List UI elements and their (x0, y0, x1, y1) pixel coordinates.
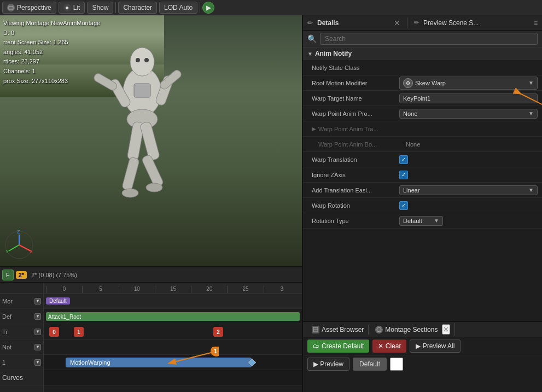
svg-point-9 (130, 48, 154, 76)
prop-warp-point-anim-tra: ▶ Warp Point Anim Tra... (303, 121, 542, 137)
anim-clip-bar[interactable]: Attack1_Root (46, 312, 300, 321)
character-button[interactable]: Character (118, 2, 157, 14)
timeline-label-ti: Ti ▼ (0, 324, 43, 340)
prop-ignore-zaxis: Ignore ZAxis ✓ (303, 167, 542, 183)
def-label: Def (2, 313, 11, 320)
montage-sections-close[interactable]: ✕ (442, 324, 450, 335)
add-translation-easing-label: Add Translation Easi... (312, 187, 399, 194)
bottom-panel: Asset Browser Montage Sections ✕ 🗂 Creat… (303, 321, 542, 392)
lod-button[interactable]: LOD Auto (159, 2, 197, 14)
preview-icon: ✏ (414, 19, 419, 26)
play-button[interactable]: ▶ (202, 2, 214, 14)
robot-figure (71, 26, 213, 218)
preview-all-button[interactable]: ▶ Preview All (410, 340, 461, 353)
lit-icon: ● (63, 4, 71, 11)
anim-notify-header[interactable]: ▼ Anim Notify (303, 48, 542, 60)
svg-text:Y: Y (5, 249, 9, 254)
color-swatch[interactable] (390, 358, 403, 371)
ignore-zaxis-checkbox[interactable]: ✓ (399, 171, 408, 179)
rotation-type-dropdown[interactable]: Default ▼ (399, 216, 443, 226)
svg-rect-37 (313, 327, 318, 332)
root-motion-label: Root Motion Modifier (312, 80, 399, 86)
prop-root-motion: Root Motion Modifier ⚙ Skew Warp ▼ (303, 75, 542, 91)
viewport-axes: Z Y X (4, 230, 34, 262)
notify-state-class-label: Notify State Class (312, 65, 399, 71)
default-badge: Default (46, 297, 70, 305)
ti-dropdown[interactable]: ▼ (34, 329, 41, 335)
asset-browser-icon (312, 326, 319, 334)
preview-button[interactable]: ▶ Preview (307, 358, 349, 371)
skew-warp-icon: ⚙ (403, 78, 413, 88)
show-button[interactable]: Show (87, 2, 113, 14)
warp-label: MotionWarping (70, 359, 110, 366)
num-badge-0: 0 (49, 327, 59, 337)
details-close-button[interactable]: ✕ (394, 19, 400, 27)
asset-browser-tab[interactable]: Asset Browser (307, 325, 369, 335)
timeline-row-warp: MotionWarping 1 (44, 355, 302, 370)
warp-point-anim-bo-text: None (406, 141, 420, 148)
asset-browser-label: Asset Browser (322, 326, 364, 334)
prop-add-translation-easing: Add Translation Easi... Linear ▼ (303, 183, 542, 198)
lit-button[interactable]: ● Lit (59, 2, 85, 14)
add-translation-easing-chevron: ▼ (528, 187, 534, 193)
add-translation-easing-text: Linear (403, 187, 420, 194)
sub-arrow: ▶ (312, 126, 316, 132)
warp-translation-checkbox[interactable]: ✓ (399, 155, 408, 164)
timeline-ruler: 0 5 10 15 20 25 3 (44, 283, 302, 294)
svg-rect-21 (134, 84, 150, 97)
preview-label: ▶ Preview (313, 360, 343, 368)
warp-translation-label: Warp Translation (312, 156, 399, 163)
rotation-type-text: Default (403, 218, 422, 224)
main-toolbar: Perspective ● Lit Show Character LOD Aut… (0, 0, 542, 15)
warp-rotation-checkbox[interactable]: ✓ (399, 201, 408, 210)
svg-rect-0 (9, 7, 13, 9)
timeline-right[interactable]: 0 5 10 15 20 25 3 Default (44, 283, 302, 392)
svg-point-39 (377, 327, 381, 332)
root-motion-text: Skew Warp (415, 80, 446, 86)
timeline-row-default: Default (44, 294, 302, 309)
num-badge-2: 2 (213, 327, 223, 337)
default-section-label: Default (359, 360, 380, 368)
create-default-button[interactable]: 🗂 Create Default (307, 340, 369, 353)
montage-sections-tab[interactable]: Montage Sections ✕ (371, 323, 455, 336)
character-label: Character (123, 4, 152, 11)
clear-button[interactable]: ✕ Clear (372, 340, 406, 353)
num-badge-1: 1 (74, 327, 84, 337)
add-translation-easing-dropdown[interactable]: Linear ▼ (399, 185, 538, 195)
warp-diamond (248, 359, 256, 366)
svg-line-31 (170, 352, 213, 363)
search-bar: 🔍 (303, 31, 542, 48)
mor-dropdown[interactable]: ▼ (34, 298, 41, 305)
def-dropdown[interactable]: ▼ (34, 313, 41, 320)
rotation-type-chevron: ▼ (434, 218, 439, 224)
one-dropdown[interactable]: ▼ (34, 359, 41, 366)
search-icon: 🔍 (307, 34, 317, 43)
arrow-1-svg: 1 (153, 347, 219, 368)
warp-point-anim-pro-label: Warp Point Anim Pro... (312, 110, 399, 117)
prop-warp-target: Warp Target Name 2 (303, 91, 542, 106)
timeline-row-numbers: 0 1 2 (44, 324, 302, 340)
panel-menu-icon[interactable]: ≡ (534, 19, 538, 27)
viewport[interactable]: Viewing Montage NewAnimMontage D: 0 rren… (0, 15, 302, 266)
warp-translation-value: ✓ (399, 155, 538, 164)
perspective-button[interactable]: Perspective (2, 2, 56, 14)
ruler-30: 3 (264, 286, 300, 293)
add-translation-easing-value: Linear ▼ (399, 185, 538, 195)
ignore-zaxis-label: Ignore ZAxis (312, 172, 399, 178)
section-arrow: ▼ (307, 51, 313, 57)
one-label: 1 (2, 359, 5, 366)
frame-label: F (2, 270, 14, 280)
timeline-row-curves (44, 370, 302, 385)
timeline-label-def: Def ▼ (0, 309, 43, 324)
prop-warp-point-anim-bo: Warp Point Anim Bo... None (303, 137, 542, 152)
left-panel: Viewing Montage NewAnimMontage D: 0 rren… (0, 15, 302, 392)
warp-rotation-value: ✓ (399, 201, 538, 210)
search-input[interactable] (320, 33, 538, 45)
timeline: F 2* 2* (0.08) (7.75%) Mor ▼ Def ▼ (0, 266, 302, 392)
ruler-10: 10 (119, 286, 155, 293)
svg-point-19 (122, 189, 138, 197)
create-default-label: Create Default (322, 342, 364, 350)
not-dropdown[interactable]: ▼ (34, 344, 41, 350)
timeline-label-curves: Curves (0, 370, 43, 385)
ruler-5: 5 (82, 286, 118, 293)
